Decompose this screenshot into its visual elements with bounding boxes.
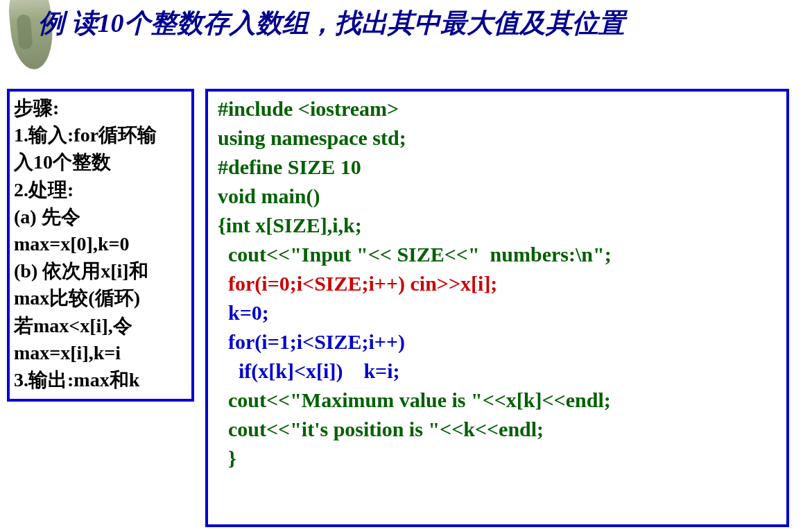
code-line: #define SIZE 10	[218, 153, 781, 182]
code-line: #include <iostream>	[218, 94, 781, 123]
code-line: if(x[k]<x[i]) k=i;	[218, 357, 781, 386]
code-line: {int x[SIZE],i,k;	[218, 211, 781, 240]
steps-panel: 步骤: 1.输入:for循环输 入10个整数 2.处理: (a) 先令 max=…	[7, 89, 194, 402]
steps-line: 3.输出:max和k	[14, 366, 187, 393]
code-line: using namespace std;	[218, 123, 781, 153]
code-line: for(i=0;i<SIZE;i++) cin>>x[i];	[218, 269, 781, 298]
steps-line: max=x[i],k=i	[14, 339, 187, 366]
steps-line: 1.输入:for循环输	[14, 121, 187, 148]
code-panel: #include <iostream> using namespace std;…	[205, 89, 789, 527]
code-line: void main()	[218, 182, 781, 211]
steps-line: max=x[0],k=0	[14, 230, 187, 257]
steps-line: max比较(循环)	[14, 284, 187, 311]
steps-line: 入10个整数	[14, 148, 187, 175]
steps-line: (b) 依次用x[i]和	[14, 257, 187, 284]
code-line: cout<<"it's position is "<<k<<endl;	[218, 415, 781, 444]
steps-line: 若max<x[i],令	[14, 312, 187, 339]
steps-line: 2.处理:	[14, 176, 187, 203]
code-line: }	[218, 444, 781, 473]
steps-line: (a) 先令	[14, 203, 187, 230]
code-line: cout<<"Input "<< SIZE<<" numbers:\n";	[218, 240, 781, 269]
steps-line: 步骤:	[14, 94, 187, 121]
slide-title: 例 读10个整数存入数组，找出其中最大值及其位置	[38, 6, 625, 41]
code-line: cout<<"Maximum value is "<<x[k]<<endl;	[218, 386, 781, 415]
code-line: k=0;	[218, 298, 781, 327]
code-line: for(i=1;i<SIZE;i++)	[218, 327, 781, 357]
